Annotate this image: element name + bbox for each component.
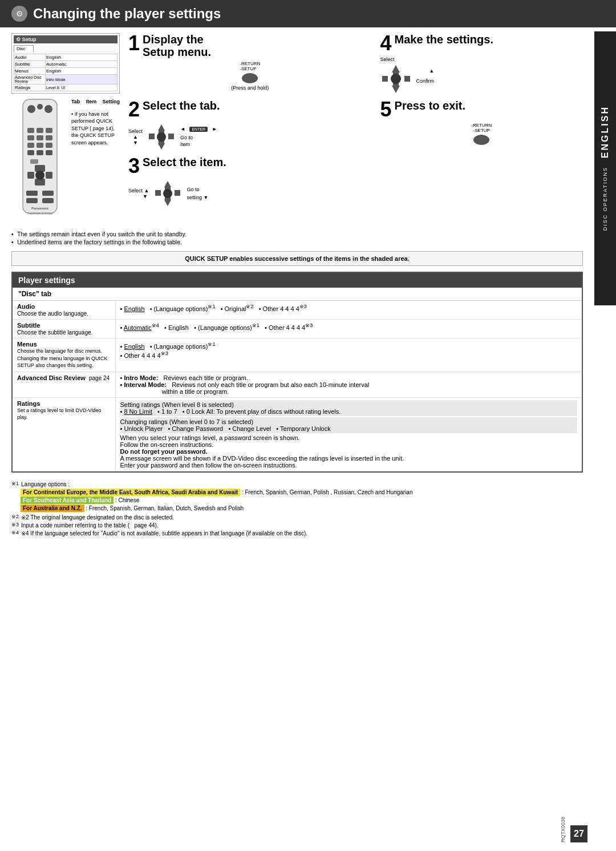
svg-point-41 (157, 132, 166, 142)
main-content: ⚙ Setup Disc Audio English Subtitle Auto… (0, 27, 594, 550)
ratings-level8: Setting ratings (When level 8 is selecte… (120, 400, 578, 416)
svg-rect-12 (46, 143, 52, 148)
footnote-continental: For Continental Europe, the Middle East,… (21, 489, 583, 495)
table-row: Audio Choose the audio language. • Engli… (13, 301, 582, 320)
no-limit-option: 8 No Limit (124, 408, 152, 415)
sea-values: : Chinese (115, 497, 139, 503)
continental-label: For Continental Europe, the Middle East,… (21, 489, 240, 496)
audio-values: • English • (Language options)※1 • Origi… (115, 301, 582, 320)
adr-values: • Intro Mode: Reviews each title or prog… (115, 372, 582, 397)
svg-rect-38 (168, 134, 174, 139)
step5-title: Press to exit. (395, 99, 466, 112)
footnote-sea: For Southeast Asia and Thailand : Chines… (21, 497, 583, 503)
adr-label-cell: Advanced Disc Review page 24 (13, 372, 115, 397)
footnote-area: ※1 Language options : For Continental Eu… (11, 481, 583, 544)
svg-rect-30 (382, 76, 388, 82)
footnote-star4: ※4 ※4 If the language selected for "Audi… (11, 530, 583, 537)
menus-desc: Choose the language for disc menus.Chang… (17, 348, 111, 369)
australia-label: For Australia and N.Z. (21, 505, 84, 512)
subtitle-label-cell: Subtitle Choose the subtitle language. (13, 320, 115, 338)
svg-point-3 (44, 105, 52, 113)
audio-desc: Choose the audio language. (17, 310, 88, 317)
step2-row: 2 Select the tab. Select ▲ ▼ (128, 99, 583, 151)
step1-title: Display the Setup menu. (143, 33, 211, 58)
settings-icon: ⚙ (11, 6, 27, 22)
subtitle-automatic: Automatic (124, 324, 152, 331)
svg-rect-24 (42, 198, 54, 203)
ratings-level0-7: Changing ratings (When level 0 to 7 is s… (120, 417, 578, 433)
audio-english: English (124, 305, 144, 312)
svg-text:Panasonic: Panasonic (31, 207, 49, 210)
step1-num: 1 (128, 33, 140, 54)
svg-rect-15 (46, 150, 52, 155)
quick-setup-notice: QUICK SETUP enables successive settings … (11, 251, 583, 266)
svg-marker-33 (392, 86, 400, 93)
quick-setup-text: QUICK SETUP enables successive settings … (185, 255, 410, 262)
player-settings-header: Player settings (13, 273, 582, 288)
bullet-2: Underlined items are the factory setting… (11, 239, 583, 245)
step2-num: 2 (128, 99, 140, 120)
return-setup-label: -RETURN-SETUP (240, 61, 260, 71)
page-title: Changing the player settings (33, 6, 221, 22)
svg-rect-4 (27, 128, 34, 133)
svg-point-48 (163, 189, 172, 198)
table-row: Menus Choose the language for disc menus… (13, 338, 582, 372)
footnote-language-options-label: Language options : (21, 481, 70, 487)
svg-rect-9 (46, 135, 52, 140)
footnote-star2: ※2 ※2 The original language designated o… (11, 514, 583, 521)
audio-label-cell: Audio Choose the audio language. (13, 301, 115, 320)
svg-rect-11 (37, 143, 43, 148)
menus-label-cell: Menus Choose the language for disc menus… (13, 338, 115, 372)
top-section: ⚙ Setup Disc Audio English Subtitle Auto… (11, 33, 583, 224)
player-settings-table: Player settings "Disc" tab Audio Choose … (11, 272, 583, 473)
bullet-section: The settings remain intact even if you s… (11, 231, 583, 245)
item-label-header: Item (86, 98, 97, 106)
svg-marker-35 (158, 124, 165, 131)
svg-rect-0 (23, 99, 57, 213)
svg-rect-8 (37, 135, 43, 140)
svg-marker-40 (158, 143, 165, 150)
ratings-label-cell: Ratings Set a ratings level to limit DVD… (13, 397, 115, 471)
table-row: Subtitle Choose the subtitle language. •… (13, 320, 582, 338)
tab-label: Tab (71, 98, 80, 106)
step3-block: 3 Select the item. Select ▲ ▼ (128, 156, 372, 208)
footnote-australia: For Australia and N.Z. : French, Spanish… (21, 505, 583, 511)
step3-title: Select the item. (143, 156, 226, 169)
svg-rect-22 (42, 191, 54, 196)
audio-label: Audio (17, 303, 111, 310)
setup-diagram: ⚙ Setup Disc Audio English Subtitle Auto… (11, 33, 120, 224)
continental-values: : French, Spanish, German, Polish , Russ… (242, 489, 413, 495)
ratings-instructions: When you select your ratings level, a pa… (120, 434, 578, 469)
footnote-star3: ※3 Input a code number referring to the … (11, 522, 583, 529)
svg-rect-21 (26, 191, 38, 196)
disc-tab-header: "Disc" tab (13, 288, 582, 301)
svg-rect-6 (46, 128, 52, 133)
step2-title: Select the tab. (143, 99, 220, 112)
sea-label: For Southeast Asia and Thailand (21, 497, 114, 504)
table-row: Ratings Set a ratings level to limit DVD… (13, 397, 582, 471)
ratings-desc: Set a ratings level to limit DVD-Video p… (17, 407, 111, 421)
disc-ops-label: DISC OPERATIONS (602, 167, 608, 231)
page-header: ⚙ Changing the player settings (0, 0, 616, 27)
setup-notes: Tab Item Setting • If you have not perfo… (71, 96, 120, 147)
subtitle-desc: Choose the subtitle language. (17, 329, 92, 336)
step5-diagram: -RETURN-SETUP (380, 123, 583, 145)
bullet-note: • If you have not performed QUICK SETUP … (71, 111, 120, 147)
press-hold-label: (Press and hold) (231, 85, 269, 91)
svg-text:THEATER SYSTEM: THEATER SYSTEM (27, 212, 53, 215)
svg-rect-23 (26, 198, 38, 203)
settings-table: Audio Choose the audio language. • Engli… (13, 301, 582, 471)
step5-num: 5 (380, 99, 392, 120)
step4-diagram: Select (380, 57, 583, 95)
step1-block: 1 Display the Setup menu. -RETURN-SETUP … (128, 33, 372, 95)
table-header: Tab Item Setting (71, 98, 120, 106)
step3-row: 3 Select the item. Select ▲ ▼ (128, 156, 583, 208)
steps-area: 1 Display the Setup menu. -RETURN-SETUP … (128, 33, 583, 224)
adr-label: Advanced Disc Review page 24 (17, 374, 111, 381)
step2-diagram: Select ▲ ▼ (128, 123, 372, 151)
ratings-label: Ratings (17, 400, 111, 407)
interval-mode-label: Interval Mode: (124, 381, 167, 388)
page-number: 27 (570, 825, 587, 842)
menus-english: English (124, 343, 144, 350)
step2-block: 2 Select the tab. Select ▲ ▼ (128, 99, 372, 151)
